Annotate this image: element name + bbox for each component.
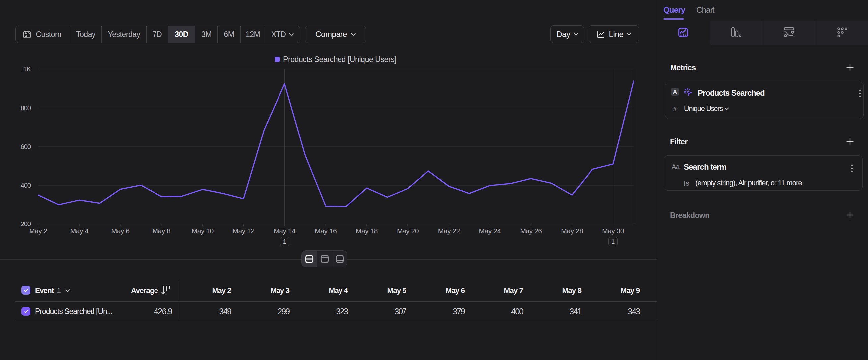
svg-text:1K: 1K [23,65,31,73]
svg-text:May 16: May 16 [315,227,337,235]
svg-text:May 26: May 26 [520,227,542,235]
svg-text:400: 400 [20,181,31,189]
svg-text:600: 600 [20,143,31,150]
svg-text:May 24: May 24 [479,227,501,235]
svg-text:May 10: May 10 [192,227,214,235]
svg-text:May 20: May 20 [397,227,419,235]
svg-text:May 2: May 2 [29,227,48,235]
svg-text:May 30: May 30 [602,227,624,235]
svg-text:May 14: May 14 [274,227,296,235]
svg-text:May 12: May 12 [233,227,255,235]
svg-text:May 8: May 8 [152,227,170,235]
svg-text:200: 200 [20,220,31,227]
svg-text:May 28: May 28 [561,227,583,235]
svg-text:May 6: May 6 [112,227,130,235]
svg-text:May 4: May 4 [70,227,89,235]
svg-text:800: 800 [20,104,31,112]
svg-text:May 18: May 18 [356,227,378,235]
svg-text:May 22: May 22 [438,227,460,235]
